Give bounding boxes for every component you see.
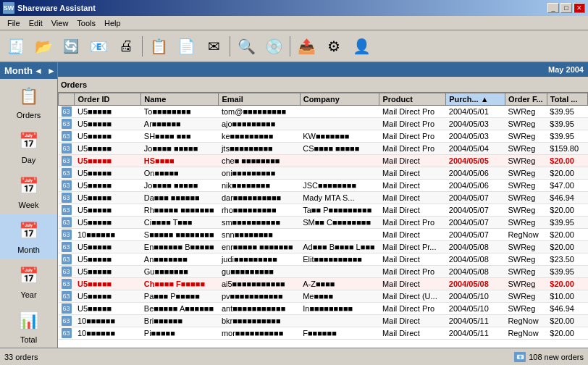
- col-icon-header[interactable]: [59, 93, 75, 106]
- company-cell: [300, 106, 379, 118]
- export-button[interactable]: 📤: [293, 33, 319, 59]
- menu-file[interactable]: File: [3, 18, 25, 28]
- total-label: Total: [20, 335, 37, 344]
- table-row[interactable]: 63U5■■■■■HS■■■■che■ ■■■■■■■■Mail Direct2…: [59, 155, 588, 167]
- company-cell: A-Z■■■■: [300, 278, 379, 290]
- email-cell: mor■■■■■■■■■■: [219, 327, 300, 340]
- table-row[interactable]: 63U5■■■■■Ar■■■■■■ajo■■■■■■■■■Mail Direct…: [59, 118, 588, 130]
- print-button[interactable]: 🖨: [113, 33, 139, 59]
- email-cell: ke■■■■■■■■■: [219, 130, 300, 143]
- email-cell: ajo■■■■■■■■■: [219, 118, 300, 130]
- col-order-id-header[interactable]: Order ID: [75, 93, 141, 106]
- copy-button[interactable]: 📋: [146, 33, 172, 59]
- refresh-button[interactable]: 🔄: [58, 33, 84, 59]
- col-order-from-header[interactable]: Order F...: [505, 93, 547, 106]
- table-row[interactable]: 63U5■■■■■Jo■■■■ ■■■■■nik■■■■■■■■JSC■■■■■…: [59, 180, 588, 192]
- date-cell: 2004/05/10: [446, 303, 505, 315]
- new-button[interactable]: 🧾: [3, 33, 29, 59]
- col-name-header[interactable]: Name: [141, 93, 219, 106]
- table-row[interactable]: 63U5■■■■■Ci■■■■ T■■■sm■■■■■■■■■■SM■■ C■■…: [59, 217, 588, 229]
- sidebar-item-month[interactable]: 📅 Month: [0, 214, 57, 259]
- close-button[interactable]: ✕: [574, 3, 585, 13]
- date-cell: 2004/05/11: [446, 327, 505, 340]
- total-cell: $39.95: [547, 118, 587, 130]
- date-cell: 2004/05/06: [446, 167, 505, 180]
- total-cell: $46.94: [547, 303, 587, 315]
- order-from-cell: SWReg: [505, 241, 547, 253]
- name-cell: An■■■■■■■: [141, 253, 219, 266]
- company-cell: Ad■■■ B■■■■ L■■■: [300, 241, 379, 253]
- col-total-header[interactable]: Total ...: [547, 93, 587, 106]
- table-row[interactable]: 63U5■■■■■Pa■■■ P■■■■■pv■■■■■■■■■■■Me■■■■…: [59, 290, 588, 303]
- table-row[interactable]: 63U5■■■■■An■■■■■■■judi■■■■■■■■■Elit■■■■■…: [59, 253, 588, 266]
- minimize-button[interactable]: _: [547, 3, 559, 13]
- sidebar-item-year[interactable]: 📅 Year: [0, 259, 57, 303]
- date-cell: 2004/05/10: [446, 290, 505, 303]
- delete-button[interactable]: ✉: [201, 33, 227, 59]
- sidebar-item-orders[interactable]: 📋 Orders: [0, 79, 57, 124]
- order-id-cell: U5■■■■■: [75, 192, 141, 204]
- disk-button[interactable]: 💿: [261, 33, 287, 59]
- date-display: May 2004: [548, 65, 584, 74]
- prev-month-button[interactable]: ◄: [33, 66, 44, 76]
- order-from-cell: SWReg: [505, 204, 547, 217]
- row-icon: 63: [59, 155, 75, 167]
- search-button[interactable]: 🔍: [233, 33, 259, 59]
- table-row[interactable]: 63U5■■■■■Da■■■ ■■■■■■dar■■■■■■■■■■Mady M…: [59, 192, 588, 204]
- table-row[interactable]: 63U5■■■■■Gu■■■■■■■gu■■■■■■■■■Mail Direct…: [59, 266, 588, 278]
- company-cell: SM■■ C■■■■■■■■: [300, 217, 379, 229]
- col-product-header[interactable]: Product: [379, 93, 446, 106]
- name-cell: Da■■■ ■■■■■■: [141, 192, 219, 204]
- next-month-button[interactable]: ►: [46, 66, 57, 76]
- sidebar-item-day[interactable]: 📅 Day: [0, 124, 57, 169]
- table-row[interactable]: 63U5■■■■■Jo■■■■ ■■■■■jts■■■■■■■■■CS■■■■ …: [59, 143, 588, 155]
- col-company-header[interactable]: Company: [300, 93, 379, 106]
- table-row[interactable]: 63U5■■■■■SH■■■■ ■■■ke■■■■■■■■■KW■■■■■■■M…: [59, 130, 588, 143]
- table-row[interactable]: 63U5■■■■■To■■■■■■■■tom@■■■■■■■■■Mail Dir…: [59, 106, 588, 118]
- paste-button[interactable]: 📄: [173, 33, 199, 59]
- col-purchase-header[interactable]: Purch... ▲: [446, 93, 505, 106]
- table-row[interactable]: 63U5■■■■■Be■■■■■ A■■■■■■ant■■■■■■■■■■■In…: [59, 303, 588, 315]
- table-row[interactable]: 63U5■■■■■On■■■■■oni■■■■■■■■■Mail Direct2…: [59, 167, 588, 180]
- col-email-header[interactable]: Email: [219, 93, 300, 106]
- order-from-cell: SWReg: [505, 278, 547, 290]
- table-row[interactable]: 63U5■■■■■Rh■■■■■ ■■■■■■■rho■■■■■■■■■Ta■■…: [59, 204, 588, 217]
- table-row[interactable]: 6310■■■■■■Pi■■■■■mor■■■■■■■■■■F■■■■■■Mai…: [59, 327, 588, 340]
- total-cell: $20.00: [547, 204, 587, 217]
- sidebar-item-week[interactable]: 📅 Week: [0, 169, 57, 214]
- order-id-cell: 10■■■■■■: [75, 229, 141, 241]
- month-header: Month ◄ ► ▼: [0, 62, 57, 79]
- date-cell: 2004/05/08: [446, 253, 505, 266]
- day-icon: 📅: [14, 128, 43, 154]
- order-id-cell: U5■■■■■: [75, 130, 141, 143]
- month-nav-label: Month: [17, 246, 40, 254]
- order-from-cell: RegNow: [505, 327, 547, 340]
- maximize-button[interactable]: □: [560, 3, 572, 13]
- email-button[interactable]: 📧: [85, 33, 112, 59]
- table-container[interactable]: Order ID Name Email Company Product Purc…: [58, 93, 588, 348]
- table-row[interactable]: 6310■■■■■■Bri■■■■■■bkr■■■■■■■■■■Mail Dir…: [59, 315, 588, 327]
- email-cell: enr■■■■■ ■■■■■■■: [219, 241, 300, 253]
- menu-view[interactable]: View: [47, 18, 73, 28]
- settings-button[interactable]: ⚙: [321, 33, 347, 59]
- order-id-cell: U5■■■■■: [75, 290, 141, 303]
- day-label: Day: [22, 156, 36, 164]
- user-button[interactable]: 👤: [348, 33, 374, 59]
- row-icon: 63: [59, 167, 75, 180]
- table-row[interactable]: 63U5■■■■■Ch■■■■ F■■■■■ai5■■■■■■■■■■■A-Z■…: [59, 278, 588, 290]
- order-id-cell: U5■■■■■: [75, 241, 141, 253]
- table-row[interactable]: 63U5■■■■■En■■■■■■ B■■■■■enr■■■■■ ■■■■■■■…: [59, 241, 588, 253]
- name-cell: To■■■■■■■■: [141, 106, 219, 118]
- app-title: Shareware Assistant: [17, 4, 547, 12]
- menu-help[interactable]: Help: [100, 18, 125, 28]
- menu-edit[interactable]: Edit: [25, 18, 47, 28]
- row-icon: 63: [59, 241, 75, 253]
- row-icon: 63: [59, 217, 75, 229]
- menu-tools[interactable]: Tools: [72, 18, 100, 28]
- email-cell: judi■■■■■■■■■: [219, 253, 300, 266]
- order-from-cell: SWReg: [505, 155, 547, 167]
- open-button[interactable]: 📂: [30, 33, 56, 59]
- sidebar-item-total[interactable]: 📊 Total: [0, 303, 57, 348]
- table-row[interactable]: 6310■■■■■■S■■■■■ ■■■■■■■■snn■■■■■■■■Mail…: [59, 229, 588, 241]
- date-cell: 2004/05/07: [446, 192, 505, 204]
